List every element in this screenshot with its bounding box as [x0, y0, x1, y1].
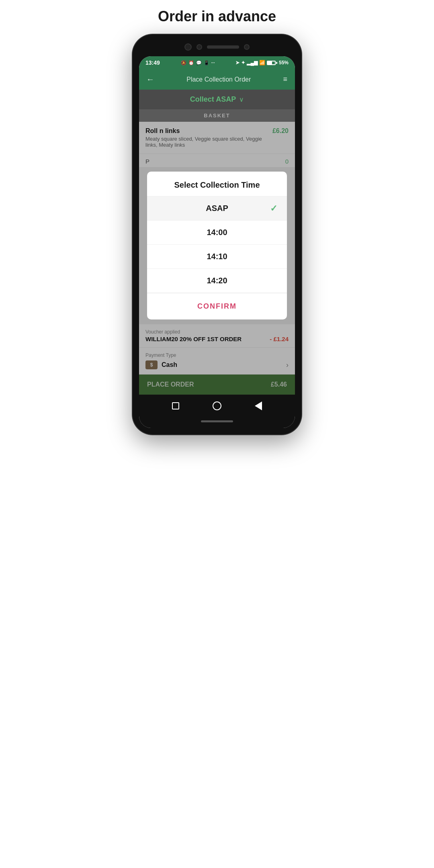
time-option-1400-label: 14:00 [207, 228, 227, 237]
battery-indicator [267, 61, 277, 65]
triangle-icon [255, 401, 262, 410]
battery-percent: 55% [279, 60, 289, 66]
status-right: ➤ ✦ ▂▄▆ 📶 55% [235, 60, 289, 66]
nav-square-button[interactable] [170, 400, 181, 411]
phone-screen: 13:49 🔕 ⏰ 💬 📱 ··· ➤ ✦ ▂▄▆ 📶 55% [139, 56, 295, 428]
collection-time-modal: Select Collection Time ASAP ✓ 14:00 14:1… [147, 172, 287, 319]
nav-back-button[interactable] [253, 400, 264, 411]
camera-left-icon [184, 43, 192, 51]
camera-right-icon [244, 44, 250, 50]
circle-icon [213, 401, 221, 410]
header-title: Place Collection Order [186, 76, 251, 83]
camera-center-icon [197, 44, 202, 50]
more-icon: ··· [211, 60, 215, 65]
screen-content: Roll n links Meaty square sliced, Veggie… [139, 122, 295, 395]
asap-checkmark: ✓ [270, 203, 277, 214]
time-option-1420[interactable]: 14:20 [147, 269, 287, 293]
signal-icon: ▂▄▆ [247, 60, 258, 66]
collect-bar[interactable]: Collect ASAP ∨ [139, 90, 295, 109]
bottom-indicator [201, 420, 233, 422]
phone-bottom-bar [139, 417, 295, 428]
phone-bottom-nav [139, 395, 295, 417]
collect-asap-label: Collect ASAP [190, 95, 236, 104]
page-title: Order in advance [158, 8, 276, 25]
location-icon: ➤ [235, 60, 240, 66]
bluetooth-icon: ✦ [241, 60, 245, 66]
phone-frame: 13:49 🔕 ⏰ 💬 📱 ··· ➤ ✦ ▂▄▆ 📶 55% [133, 35, 301, 434]
time-option-1410[interactable]: 14:10 [147, 245, 287, 269]
time-option-1400[interactable]: 14:00 [147, 221, 287, 245]
modal-title: Select Collection Time [147, 172, 287, 197]
phone-top-bar [139, 41, 295, 56]
alarm-icon: ⏰ [188, 60, 194, 66]
menu-button[interactable]: ≡ [283, 75, 288, 84]
square-icon [172, 402, 179, 409]
collect-bar-chevron: ∨ [239, 96, 244, 103]
notification-icon: 🔕 [181, 60, 186, 66]
status-icons: 🔕 ⏰ 💬 📱 ··· [181, 60, 215, 66]
basket-label: BASKET [139, 109, 295, 122]
nav-home-button[interactable] [211, 400, 223, 411]
time-option-1420-label: 14:20 [207, 276, 227, 285]
back-button[interactable]: ← [146, 75, 154, 84]
screen-icon: 📱 [204, 60, 209, 66]
phone-speaker [207, 45, 239, 49]
status-time: 13:49 [145, 59, 160, 66]
time-option-asap[interactable]: ASAP ✓ [147, 197, 287, 221]
time-option-asap-label: ASAP [206, 204, 228, 213]
status-bar: 13:49 🔕 ⏰ 💬 📱 ··· ➤ ✦ ▂▄▆ 📶 55% [139, 56, 295, 69]
confirm-button[interactable]: CONFIRM [147, 293, 287, 319]
app-header: ← Place Collection Order ≡ [139, 69, 295, 90]
time-option-1410-label: 14:10 [207, 252, 227, 261]
whatsapp-icon: 💬 [196, 60, 202, 66]
wifi-icon: 📶 [259, 60, 265, 66]
